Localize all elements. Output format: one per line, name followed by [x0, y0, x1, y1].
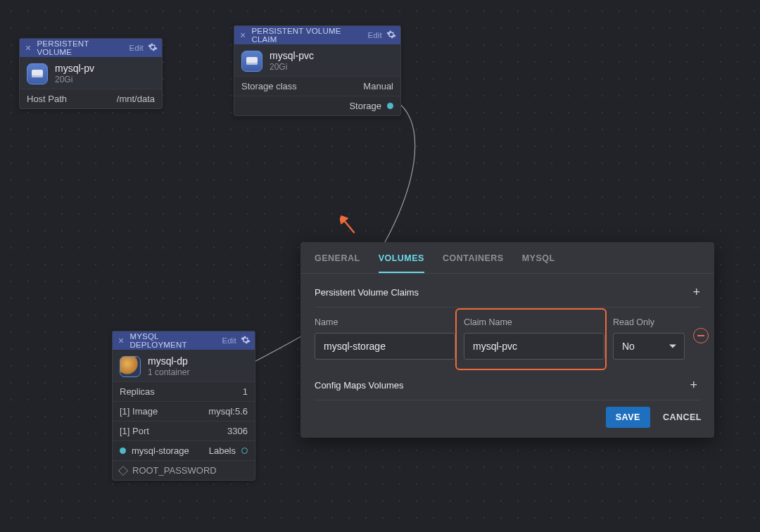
gear-icon[interactable] — [386, 30, 396, 41]
resource-sub: 1 container — [148, 367, 189, 377]
edit-link[interactable]: Edit — [222, 336, 236, 345]
svg-line-0 — [340, 219, 357, 233]
node-row-storageclass: Storage class Manual — [234, 76, 400, 96]
secret-icon — [118, 465, 128, 475]
label-readonly: Read Only — [613, 317, 685, 327]
label-claim: Claim Name — [464, 317, 604, 327]
close-icon[interactable]: × — [24, 42, 32, 53]
edit-link[interactable]: Edit — [367, 31, 382, 39]
editor-panel: GENERAL VOLUMES CONTAINERS MYSQL Persist… — [300, 242, 714, 438]
gear-icon[interactable] — [241, 335, 251, 346]
node-header: × PERSISTENT VOLUME Edit — [20, 39, 162, 57]
claim-name-input[interactable] — [464, 333, 604, 360]
node-footer-storage: Storage — [234, 96, 400, 115]
remove-row-icon[interactable] — [693, 328, 709, 343]
tab-volumes[interactable]: VOLUMES — [379, 253, 424, 273]
node-body: mysql-dp 1 container — [113, 350, 255, 381]
node-persistent-volume-claim[interactable]: × PERSISTENT VOLUME CLAIM Edit mysql-pvc… — [234, 25, 401, 116]
disk-icon — [241, 51, 262, 72]
section-title: Persistent Volume Claims — [315, 287, 419, 298]
node-title: PERSISTENT VOLUME — [37, 39, 125, 56]
resource-size: 20Gi — [55, 75, 94, 84]
resource-name: mysql-dp — [148, 355, 189, 367]
node-mysql-deployment[interactable]: × MYSQL DEPLOYMENT Edit mysql-dp 1 conta… — [112, 331, 255, 481]
add-configmap-icon[interactable]: + — [690, 378, 700, 393]
disk-icon — [27, 63, 48, 84]
tabs: GENERAL VOLUMES CONTAINERS MYSQL — [300, 242, 714, 274]
port-in-icon[interactable] — [120, 448, 126, 454]
resource-name: mysql-pv — [55, 63, 94, 74]
tab-containers[interactable]: CONTAINERS — [443, 253, 504, 273]
globe-icon — [120, 356, 141, 377]
node-header: × PERSISTENT VOLUME CLAIM Edit — [234, 26, 400, 44]
node-title: PERSISTENT VOLUME CLAIM — [251, 27, 363, 44]
save-button[interactable]: SAVE — [606, 407, 650, 428]
node-header: × MYSQL DEPLOYMENT Edit — [113, 331, 255, 350]
node-row-image: [1] Imagemysql:5.6 — [113, 401, 255, 421]
label-name: Name — [315, 317, 455, 327]
foot-left-label: mysql-storage — [132, 445, 189, 456]
tab-general[interactable]: GENERAL — [315, 253, 360, 273]
node-row-hostpath: Host Path /mnt/data — [20, 89, 162, 108]
port-out-icon[interactable] — [387, 103, 393, 109]
foot-right-label: Labels — [209, 445, 236, 456]
node-title: MYSQL DEPLOYMENT — [129, 332, 217, 349]
node-body: mysql-pvc 20Gi — [234, 44, 400, 76]
node-row-replicas: Replicas1 — [113, 381, 255, 401]
resource-name: mysql-pvc — [270, 50, 314, 61]
cancel-button[interactable]: CANCEL — [663, 412, 702, 422]
node-persistent-volume[interactable]: × PERSISTENT VOLUME Edit mysql-pv 20Gi H… — [19, 38, 163, 109]
section-pvc-head: Persistent Volume Claims + — [315, 285, 700, 308]
node-row-rootpwd: ROOT_PASSWORD — [113, 460, 255, 480]
close-icon[interactable]: × — [117, 335, 125, 346]
tab-mysql[interactable]: MYSQL — [522, 253, 555, 273]
readonly-select[interactable] — [613, 333, 685, 360]
edit-link[interactable]: Edit — [129, 44, 144, 52]
port-labels-icon[interactable] — [241, 448, 248, 454]
name-input[interactable] — [315, 333, 455, 360]
node-body: mysql-pv 20Gi — [20, 57, 162, 89]
add-pvc-icon[interactable]: + — [692, 285, 700, 300]
foot-label: Storage — [349, 101, 381, 111]
section-title: Config Maps Volumes — [315, 380, 403, 391]
node-row-port: [1] Port3306 — [113, 421, 255, 441]
section-cfg-head: Config Maps Volumes + — [315, 378, 700, 400]
close-icon[interactable]: × — [239, 30, 247, 41]
resource-size: 20Gi — [270, 62, 314, 72]
gear-icon[interactable] — [148, 42, 158, 53]
annotation-arrow-icon — [336, 215, 361, 238]
node-footer-storage: mysql-storage Labels — [113, 441, 255, 460]
rootpwd-label: ROOT_PASSWORD — [132, 465, 217, 476]
